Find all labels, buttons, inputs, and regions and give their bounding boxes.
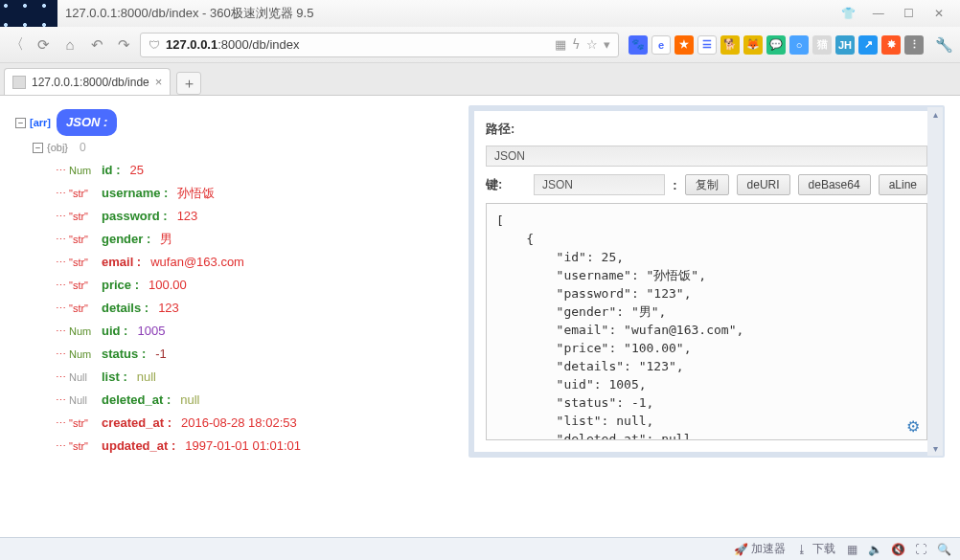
- rocket-icon: 🚀: [734, 543, 747, 556]
- json-property-row[interactable]: ⋯Numstatus :-1: [15, 343, 455, 366]
- property-key: price :: [102, 274, 139, 297]
- json-property-row[interactable]: ⋯"str"created_at :2016-08-28 18:02:53: [15, 412, 455, 435]
- extension-icon[interactable]: 🐕: [720, 35, 740, 55]
- redo-button[interactable]: ↷: [113, 34, 134, 56]
- property-value: 1997-01-01 01:01:01: [185, 435, 301, 458]
- property-value: 男: [160, 228, 172, 251]
- deuri-button[interactable]: deURI: [737, 174, 790, 195]
- tree-connector: ⋯: [56, 251, 65, 274]
- type-label: Null: [69, 366, 102, 389]
- property-key: gender :: [102, 228, 150, 251]
- chevron-down-icon[interactable]: ▾: [604, 37, 610, 52]
- bolt-icon[interactable]: ϟ: [572, 37, 581, 52]
- tree-connector: ⋯: [56, 297, 65, 320]
- json-property-row[interactable]: ⋯"str"price :100.00: [15, 274, 455, 297]
- json-tree-pane: − [arr] JSON : − {obj} 0 ⋯Numid :25⋯"str…: [0, 96, 465, 537]
- property-value: 123: [177, 205, 198, 228]
- json-property-row[interactable]: ⋯"str"gender :男: [15, 228, 455, 251]
- type-label: "str": [69, 228, 102, 251]
- code-output[interactable]: [ { "id": 25, "username": "孙悟饭", "passwo…: [486, 203, 927, 440]
- type-label: "str": [69, 205, 102, 228]
- extension-icon[interactable]: e: [651, 35, 671, 55]
- mute-icon[interactable]: 🔇: [891, 543, 904, 556]
- path-label: 路径:: [486, 121, 526, 138]
- extension-icon[interactable]: JH: [835, 35, 855, 55]
- property-key: id :: [102, 159, 121, 182]
- qr-icon[interactable]: ▦: [555, 37, 566, 52]
- window-titlebar: 127.0.0.1:8000/db/index - 360极速浏览器 9.5 👕…: [0, 0, 960, 27]
- reload-button[interactable]: ⟳: [33, 34, 54, 56]
- type-label: Num: [69, 320, 102, 343]
- json-property-row[interactable]: ⋯"str"updated_at :1997-01-01 01:01:01: [15, 435, 455, 458]
- collapse-toggle[interactable]: −: [15, 118, 26, 128]
- property-key: deleted_at :: [102, 389, 171, 412]
- sound-icon[interactable]: 🔈: [868, 543, 881, 556]
- extension-icon[interactable]: 🐾: [629, 35, 648, 55]
- tree-connector: ⋯: [56, 320, 65, 343]
- zoom-icon[interactable]: 🔍: [937, 543, 950, 556]
- extension-icon[interactable]: 💬: [766, 35, 786, 55]
- json-property-row[interactable]: ⋯"str"password :123: [15, 205, 455, 228]
- type-label: Null: [69, 389, 102, 412]
- json-property-row[interactable]: ⋯Nulllist :null: [15, 366, 455, 389]
- extension-icon[interactable]: 🦊: [743, 35, 763, 55]
- property-value: 100.00: [149, 274, 187, 297]
- json-root-badge[interactable]: JSON :: [57, 109, 117, 136]
- shirt-icon[interactable]: 👕: [836, 5, 859, 22]
- minimize-button[interactable]: ―: [867, 5, 890, 22]
- star-icon[interactable]: ☆: [586, 37, 598, 52]
- browser-toolbar: 〈 ⟳ ⌂ ↶ ↷ 🛡 127.0.0.1:8000/db/index ▦ ϟ …: [0, 27, 960, 63]
- accelerator-status[interactable]: 🚀加速器: [734, 541, 786, 557]
- debase64-button[interactable]: deBase64: [798, 174, 871, 195]
- close-button[interactable]: ✕: [927, 5, 950, 22]
- code-text: [ { "id": 25, "username": "孙悟饭", "passwo…: [487, 204, 926, 440]
- address-text: 127.0.0.1:8000/db/index: [166, 37, 300, 52]
- tree-connector: ⋯: [56, 343, 65, 366]
- json-property-row[interactable]: ⋯"str"email :wufan@163.com: [15, 251, 455, 274]
- tab-close-icon[interactable]: ×: [155, 75, 163, 89]
- extension-icon[interactable]: ★: [674, 35, 694, 55]
- json-property-row[interactable]: ⋯"str"username :孙悟饭: [15, 182, 455, 205]
- property-value: wufan@163.com: [150, 251, 244, 274]
- json-property-row[interactable]: ⋯"str"details :123: [15, 297, 455, 320]
- aline-button[interactable]: aLine: [879, 174, 927, 195]
- collapse-toggle[interactable]: −: [33, 143, 43, 153]
- json-property-row[interactable]: ⋯Numuid :1005: [15, 320, 455, 343]
- download-status[interactable]: ⭳下载: [795, 541, 835, 557]
- tree-connector: ⋯: [56, 389, 65, 412]
- property-key: updated_at :: [102, 435, 175, 458]
- extension-icon[interactable]: ✸: [881, 35, 901, 55]
- wrench-icon[interactable]: 🔧: [933, 34, 954, 56]
- app-logo: [0, 0, 57, 27]
- property-key: status :: [102, 343, 146, 366]
- back-button[interactable]: 〈: [6, 34, 27, 56]
- browser-tab[interactable]: 127.0.0.1:8000/db/inde ×: [4, 68, 171, 95]
- extensions-row: 🐾e★☰🐕🦊💬○猫JH↗✸⋮: [625, 35, 927, 55]
- extension-icon[interactable]: 猫: [812, 35, 832, 55]
- json-property-row[interactable]: ⋯Nulldeleted_at :null: [15, 389, 455, 412]
- property-value: 25: [130, 159, 144, 182]
- extension-icon[interactable]: ↗: [858, 35, 878, 55]
- property-key: email :: [102, 251, 141, 274]
- new-tab-button[interactable]: ＋: [176, 72, 201, 95]
- copy-button[interactable]: 复制: [685, 174, 729, 195]
- property-value: 123: [158, 297, 179, 320]
- type-label: Num: [69, 159, 102, 182]
- key-field[interactable]: JSON: [534, 174, 665, 195]
- json-property-row[interactable]: ⋯Numid :25: [15, 159, 455, 182]
- extension-icon[interactable]: ○: [789, 35, 809, 55]
- extension-icon[interactable]: ⋮: [904, 35, 924, 55]
- maximize-button[interactable]: ☐: [897, 5, 920, 22]
- gear-icon[interactable]: ⚙: [903, 416, 923, 436]
- home-button[interactable]: ⌂: [59, 34, 80, 56]
- property-value: 2016-08-28 18:02:53: [181, 412, 297, 435]
- type-tag-array: [arr]: [30, 111, 51, 134]
- path-field[interactable]: JSON: [486, 146, 927, 167]
- tree-connector: ⋯: [56, 228, 65, 251]
- extension-icon[interactable]: ☰: [697, 35, 717, 55]
- address-bar[interactable]: 🛡 127.0.0.1:8000/db/index ▦ ϟ ☆ ▾: [140, 33, 619, 57]
- scrollbar[interactable]: ▴▾: [927, 107, 943, 456]
- expand-icon[interactable]: ⛶: [914, 543, 927, 556]
- apps-icon[interactable]: ▦: [845, 543, 858, 556]
- undo-button[interactable]: ↶: [86, 34, 107, 56]
